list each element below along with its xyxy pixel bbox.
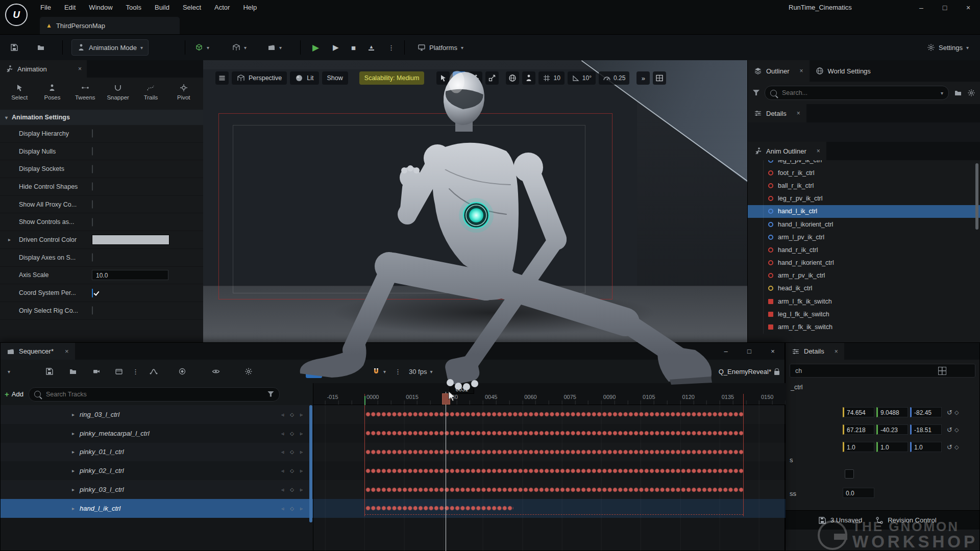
checkbox[interactable] — [92, 165, 93, 173]
prev-key-icon[interactable]: ◃ — [281, 449, 284, 455]
outliner-item-leg_l_pv_ik_ctrl[interactable]: leg_l_pv_ik_ctrl — [748, 160, 980, 166]
lock-icon[interactable] — [774, 371, 779, 375]
close-icon[interactable]: × — [71, 65, 82, 72]
outliner-item-arm_r_pv_ik_ctrl[interactable]: arm_r_pv_ik_ctrl — [748, 269, 980, 282]
misc-value-box[interactable]: 0.0 — [843, 488, 874, 498]
axis-value-field[interactable]: -18.51 — [910, 424, 942, 435]
menu-item-window[interactable]: Window — [82, 0, 119, 15]
prev-key-icon[interactable]: ◃ — [281, 468, 284, 473]
add-key-icon[interactable]: ◇ — [290, 506, 294, 511]
snap-magnet-icon[interactable] — [372, 367, 380, 375]
menu-item-edit[interactable]: Edit — [58, 0, 82, 15]
outliner-item-leg_l_fk_ik_switch[interactable]: leg_l_fk_ik_switch — [748, 308, 980, 320]
perspective-dropdown[interactable]: Perspective — [232, 71, 287, 85]
unreal-logo-icon[interactable]: U — [5, 4, 28, 26]
render-movie-icon[interactable] — [115, 367, 123, 375]
outliner-item-arm_r_fk_ik_switch[interactable]: arm_r_fk_ik_switch — [748, 320, 980, 333]
timeline-ruler[interactable]: -015000000150030004500600075009001050120… — [313, 383, 786, 405]
track-search-input[interactable] — [45, 390, 241, 398]
minimize-button[interactable]: – — [910, 0, 933, 15]
axis-value-field[interactable]: 1.0 — [910, 442, 942, 452]
add-key-icon[interactable]: ◇ — [290, 431, 294, 436]
autokey-icon[interactable] — [339, 367, 348, 375]
menu-item-select[interactable]: Select — [176, 0, 208, 15]
close-icon[interactable]: × — [797, 110, 800, 117]
checkbox[interactable] — [92, 218, 93, 227]
select-tool-icon[interactable] — [436, 71, 450, 85]
reset-icon[interactable]: ↺ — [947, 426, 952, 434]
viewport-menu-icon[interactable] — [215, 71, 229, 85]
camera-icon[interactable] — [92, 367, 101, 375]
next-key-icon[interactable]: ▹ — [300, 412, 303, 417]
keyframe-strip[interactable] — [365, 411, 743, 417]
maximize-button[interactable]: □ — [738, 343, 761, 360]
tab-outliner[interactable]: Outliner × — [748, 60, 810, 82]
settings-dropdown[interactable]: Settings ▾ — [927, 43, 969, 52]
reset-icon[interactable]: ↺ — [947, 409, 952, 416]
checkbox[interactable] — [92, 129, 93, 138]
scalability-button[interactable]: Scalability: Medium — [359, 71, 425, 85]
save-sequence-icon[interactable] — [45, 367, 54, 375]
keyframe-strip[interactable] — [365, 505, 513, 511]
close-icon[interactable]: × — [835, 348, 838, 355]
keyframe-icon[interactable]: ◇ — [954, 444, 959, 450]
outliner-item-hand_r_ikorient_ctrl[interactable]: hand_r_ikorient_ctrl — [748, 257, 980, 269]
outliner-item-ball_r_ik_ctrl[interactable]: ball_r_ik_ctrl — [748, 179, 980, 192]
tab-world-settings[interactable]: World Settings — [810, 60, 877, 82]
outliner-item-arm_l_fk_ik_switch[interactable]: arm_l_fk_ik_switch — [748, 295, 980, 308]
menu-item-actor[interactable]: Actor — [208, 0, 236, 15]
keyframe-strip[interactable] — [365, 449, 743, 455]
expander-icon[interactable]: ▸ — [72, 449, 75, 455]
track-scrollbar[interactable] — [309, 405, 312, 522]
keyframe-nav-button[interactable]: ◆ — [306, 365, 322, 378]
frame-skip-button[interactable]: ▶ — [333, 43, 339, 52]
mode-dropdown[interactable]: Animation Mode ▾ — [71, 39, 149, 56]
show-dropdown[interactable]: Show — [322, 71, 348, 85]
display-grid-icon[interactable] — [938, 367, 946, 375]
tool-snapper[interactable]: Snapper — [104, 84, 132, 101]
viewport[interactable]: Perspective Lit Show Scalability: Medium… — [203, 60, 747, 342]
track-row-pinky_metacarpal_l_ctrl[interactable]: ▸pinky_metacarpal_l_ctrl◃◇▹ — [1, 424, 786, 443]
unsaved-status[interactable]: 3 Unsaved — [818, 516, 862, 524]
track-search[interactable] — [29, 387, 280, 402]
next-key-icon[interactable]: ▹ — [300, 487, 303, 492]
save-icon[interactable] — [10, 43, 18, 52]
keyframe-strip[interactable] — [365, 487, 743, 493]
visibility-options-icon[interactable] — [212, 367, 220, 375]
eject-button[interactable]: ▲ — [369, 44, 374, 51]
animation-settings-header[interactable]: ▾ Animation Settings — [0, 110, 203, 125]
next-key-icon[interactable]: ▹ — [300, 431, 303, 436]
tool-tweens[interactable]: Tweens — [71, 84, 100, 101]
expander-icon[interactable]: ▸ — [72, 412, 75, 417]
checkbox[interactable] — [92, 289, 93, 297]
outliner-search[interactable]: ▾ — [765, 86, 949, 100]
next-key-icon[interactable]: ▹ — [300, 468, 303, 473]
checkbox[interactable] — [92, 200, 93, 209]
checkbox[interactable] — [92, 182, 93, 191]
close-button[interactable]: × — [761, 343, 785, 360]
tab-details-bottom[interactable]: Details × — [786, 343, 844, 360]
add-actor-icon[interactable] — [195, 43, 203, 52]
track-row-pinky_01_l_ctrl[interactable]: ▸pinky_01_l_ctrl◃◇▹ — [1, 443, 786, 462]
tool-trails[interactable]: Trails — [136, 84, 165, 101]
expander-icon[interactable]: ▸ — [72, 468, 75, 473]
keyframe-strip[interactable] — [365, 468, 743, 474]
rotation-snap-button[interactable]: 10° — [568, 71, 596, 85]
surface-snap-icon[interactable] — [522, 71, 535, 85]
toolbar-options-icon[interactable]: ⋮ — [132, 368, 139, 375]
tool-poses[interactable]: Poses — [38, 84, 66, 101]
outliner-item-head_ik_ctrl[interactable]: head_ik_ctrl — [748, 282, 980, 295]
axis-value-field[interactable]: 1.0 — [843, 442, 874, 452]
axis-value-field[interactable]: -82.45 — [910, 407, 942, 417]
maximize-button[interactable]: □ — [933, 0, 957, 15]
blueprints-icon[interactable] — [232, 43, 240, 52]
track-key-area[interactable] — [313, 424, 786, 443]
lit-dropdown[interactable]: Lit — [290, 71, 318, 85]
expander-icon[interactable]: ▸ — [72, 431, 75, 436]
track-row-pinky_03_l_ctrl[interactable]: ▸pinky_03_l_ctrl◃◇▹ — [1, 480, 786, 499]
toolbar-overflow-button[interactable]: » — [636, 71, 650, 85]
caret-down-icon[interactable]: ▾ — [8, 369, 10, 374]
tool-pivot[interactable]: Pivot — [169, 84, 198, 101]
outliner-item-hand_l_ik_ctrl[interactable]: hand_l_ik_ctrl — [748, 205, 980, 218]
keying-options-icon[interactable] — [178, 367, 186, 375]
